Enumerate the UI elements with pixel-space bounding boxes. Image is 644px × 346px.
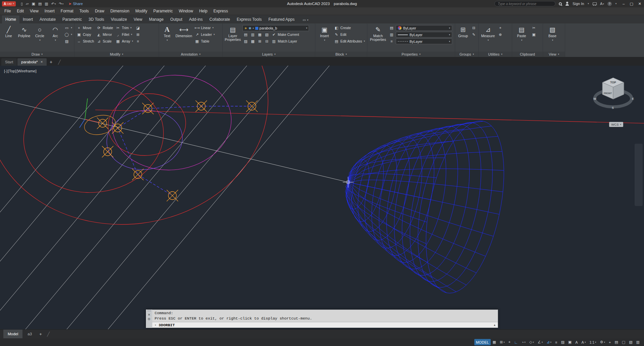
app-menu-button[interactable]: A CAD ▾	[2, 1, 16, 6]
modify-panel-label[interactable]: Modify▾	[74, 52, 159, 57]
annotation-scale-button[interactable]: 1:1 ▾	[588, 339, 598, 345]
polar-tracking-icon[interactable]: ◔ ▾	[520, 339, 527, 345]
maximize-icon[interactable]: ▢	[630, 2, 633, 6]
arc-button[interactable]: ◠ Arc ▾	[48, 24, 62, 52]
object-snap-icon[interactable]: ⊿ ▾	[545, 339, 553, 345]
paste-button[interactable]: ▤ Paste ▾	[514, 24, 530, 52]
make-current-button[interactable]: ✔Make Current	[271, 31, 300, 38]
group-button[interactable]: ⊞ Group	[457, 24, 470, 52]
copy-button[interactable]: ▣Copy	[76, 31, 95, 38]
layer-lock-icon[interactable]: ▪	[253, 26, 254, 30]
linear-button[interactable]: ⟷Linear▾	[194, 24, 215, 31]
sign-in-button[interactable]: Sign In	[573, 2, 584, 6]
ribbon-tab[interactable]: Collaborate	[206, 15, 233, 23]
create-block-button[interactable]: ◧Create	[333, 24, 366, 31]
measure-button[interactable]: ⊿ Measure ▾	[480, 24, 496, 52]
ribbon-tab[interactable]: Annotate	[36, 15, 59, 23]
viewport-menu-control[interactable]: [-]	[4, 69, 7, 73]
trim-button[interactable]: ✂Trim▾	[115, 24, 134, 31]
layer-tool-button[interactable]: ▧	[264, 31, 270, 38]
annotation-visibility-icon[interactable]: A	[574, 339, 579, 345]
rotate-button[interactable]: ⟳Rotate	[96, 24, 114, 31]
menu-item[interactable]: Window	[176, 7, 196, 15]
object-snap-tracking-icon[interactable]: ∠ ▾	[536, 339, 544, 345]
id-point-button[interactable]: ⌖	[497, 24, 503, 31]
ribbon-tab[interactable]: View	[130, 15, 146, 23]
layer-freeze-icon[interactable]: ❄	[249, 26, 251, 30]
menu-item[interactable]: Express	[210, 7, 231, 15]
table-button[interactable]: ▦Table	[194, 38, 215, 45]
layer-tool-button[interactable]: ▤	[243, 31, 249, 38]
draw-panel-label[interactable]: Draw▾	[0, 52, 74, 57]
ribbon-tab[interactable]: Insert	[19, 15, 36, 23]
annotation-monitor-icon[interactable]: +	[607, 339, 612, 345]
layer-tool-button[interactable]: ⊞	[257, 38, 263, 45]
customize-icon[interactable]: ⚙	[148, 317, 151, 321]
linetype-dropdown[interactable]: ByLayer ▾	[396, 39, 452, 44]
layer-dropdown[interactable]: ☀ ❄ ▪ parabola_b ▾	[243, 25, 309, 31]
annotation-autoscale-icon[interactable]: A ▾	[580, 339, 588, 345]
share-button[interactable]: ➤ Share	[68, 2, 83, 6]
quick-properties-icon[interactable]: ▤	[613, 339, 620, 345]
view-panel-label[interactable]: View▾	[543, 52, 565, 57]
ribbon-tab[interactable]: Visualize	[108, 15, 130, 23]
move-button[interactable]: +Move	[76, 24, 95, 31]
explode-button[interactable]: ⊞	[135, 31, 141, 38]
ribbon-tab[interactable]: Output	[167, 15, 186, 23]
ortho-mode-icon[interactable]: ∟	[513, 339, 520, 345]
new-file-icon[interactable]: ▯	[21, 2, 23, 6]
polyline-button[interactable]: ∿ Polyline	[17, 24, 31, 52]
block-panel-label[interactable]: Block▾	[315, 52, 367, 57]
layout-tab-a3[interactable]: a3	[23, 330, 36, 338]
match-layer-button[interactable]: ▥Match Layer	[271, 38, 298, 45]
offset-button[interactable]: ≡	[135, 38, 141, 45]
layer-color-swatch[interactable]	[255, 27, 258, 30]
edit-attributes-button[interactable]: ▤Edit Attributes▾	[333, 38, 366, 45]
close-icon[interactable]: ✕	[638, 2, 641, 6]
open-file-icon[interactable]: ▱	[26, 2, 29, 6]
dimension-button[interactable]: ⟷ Dimension	[175, 24, 193, 52]
graphics-performance-icon[interactable]: ▧	[627, 339, 634, 345]
lineweight-icon[interactable]: ≡	[553, 339, 559, 345]
menu-item[interactable]: Parametric	[150, 7, 176, 15]
search-icon[interactable]	[559, 2, 562, 5]
copy-clip-button[interactable]: ▣	[531, 31, 537, 38]
ribbon-tab[interactable]: Manage	[146, 15, 167, 23]
file-tab-drawing[interactable]: parabola* ✕	[17, 58, 47, 66]
properties-list-button[interactable]: ≡	[388, 38, 395, 45]
mirror-button[interactable]: ◭Mirror	[96, 31, 114, 38]
close-icon[interactable]: ✕	[41, 60, 43, 64]
new-layout-button[interactable]: +	[37, 330, 44, 338]
properties-list-button[interactable]: ▥	[388, 31, 395, 38]
viewport-view-control[interactable]: [Top]	[8, 69, 16, 73]
model-space-button[interactable]: MODEL	[474, 339, 491, 345]
menu-item[interactable]: Insert	[42, 7, 58, 15]
lineweight-dropdown[interactable]: ByLayer ▾	[396, 32, 452, 38]
undo-icon[interactable]: ↶▾	[51, 2, 56, 6]
layers-panel-label[interactable]: Layers▾	[223, 52, 315, 57]
workspace-switching-icon[interactable]: ⚙ ▾	[598, 339, 607, 345]
group-edit-button[interactable]: ✎	[471, 31, 477, 38]
quick-calc-button[interactable]: ⊕	[497, 31, 503, 38]
isolate-objects-icon[interactable]: ▢	[620, 339, 627, 345]
minimize-icon[interactable]: –	[623, 2, 625, 6]
menu-item[interactable]: Draw	[92, 7, 107, 15]
properties-panel-label[interactable]: Properties▾	[367, 52, 455, 57]
menu-item[interactable]: Help	[196, 7, 211, 15]
transparency-icon[interactable]: ▨	[559, 339, 566, 345]
redo-icon[interactable]: ↷▾	[59, 2, 63, 6]
close-icon[interactable]: ✕	[148, 313, 150, 317]
object-color-dropdown[interactable]: ByLayer ▾	[396, 25, 452, 31]
fillet-button[interactable]: ◞Fillet▾	[115, 31, 134, 38]
new-drawing-tab-button[interactable]: +	[47, 58, 55, 66]
line-button[interactable]: ╱ Line	[1, 24, 16, 52]
array-button[interactable]: ▦Array▾	[115, 38, 134, 45]
insert-block-button[interactable]: ▣ Insert ▾	[317, 24, 332, 52]
annotation-panel-label[interactable]: Annotation▾	[159, 52, 222, 57]
menu-item[interactable]: Dimension	[107, 7, 132, 15]
layer-tool-button[interactable]: ▥	[250, 31, 256, 38]
model-tab[interactable]: Model	[3, 330, 22, 338]
circle-button[interactable]: ○ Circle ▾	[33, 24, 47, 52]
layer-tool-button[interactable]: ▩	[250, 38, 256, 45]
help-icon[interactable]: ?	[607, 2, 612, 6]
